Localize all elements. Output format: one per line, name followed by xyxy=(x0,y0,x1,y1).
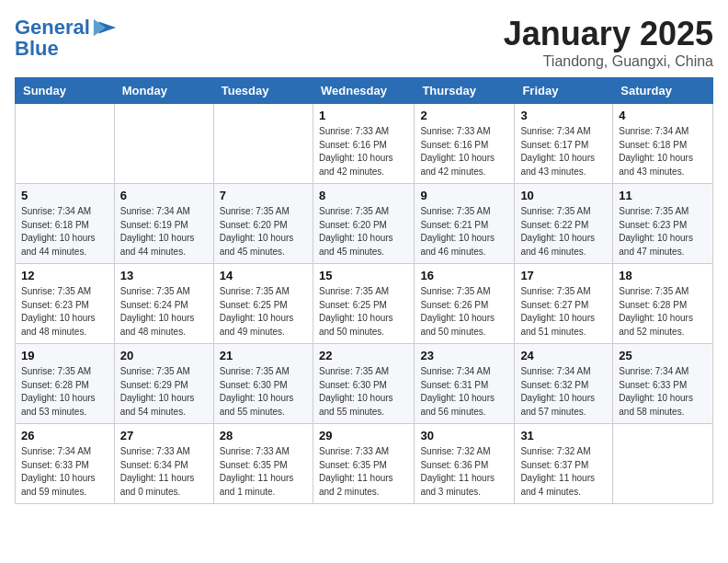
svg-marker-1 xyxy=(94,19,106,37)
day-info: Sunrise: 7:32 AM Sunset: 6:36 PM Dayligh… xyxy=(420,445,508,499)
calendar-cell: 27Sunrise: 7:33 AM Sunset: 6:34 PM Dayli… xyxy=(114,424,213,504)
day-number: 15 xyxy=(319,269,408,282)
day-number: 11 xyxy=(619,189,707,202)
day-number: 24 xyxy=(520,349,607,362)
day-info: Sunrise: 7:35 AM Sunset: 6:29 PM Dayligh… xyxy=(120,365,208,419)
day-info: Sunrise: 7:34 AM Sunset: 6:33 PM Dayligh… xyxy=(619,365,707,419)
calendar-cell: 24Sunrise: 7:34 AM Sunset: 6:32 PM Dayli… xyxy=(515,344,613,424)
column-header-tuesday: Tuesday xyxy=(213,78,313,104)
day-info: Sunrise: 7:32 AM Sunset: 6:37 PM Dayligh… xyxy=(520,445,607,499)
day-info: Sunrise: 7:35 AM Sunset: 6:24 PM Dayligh… xyxy=(120,285,208,339)
day-info: Sunrise: 7:35 AM Sunset: 6:23 PM Dayligh… xyxy=(21,285,108,339)
calendar-cell: 29Sunrise: 7:33 AM Sunset: 6:35 PM Dayli… xyxy=(313,424,414,504)
day-info: Sunrise: 7:35 AM Sunset: 6:23 PM Dayligh… xyxy=(619,205,707,259)
day-info: Sunrise: 7:35 AM Sunset: 6:26 PM Dayligh… xyxy=(420,285,508,339)
day-number: 16 xyxy=(420,269,508,282)
day-info: Sunrise: 7:35 AM Sunset: 6:30 PM Dayligh… xyxy=(319,365,408,419)
day-info: Sunrise: 7:33 AM Sunset: 6:16 PM Dayligh… xyxy=(319,125,408,178)
calendar-cell: 13Sunrise: 7:35 AM Sunset: 6:24 PM Dayli… xyxy=(114,264,213,344)
location-subtitle: Tiandong, Guangxi, China xyxy=(504,53,713,70)
day-number: 22 xyxy=(319,349,408,362)
day-info: Sunrise: 7:34 AM Sunset: 6:17 PM Dayligh… xyxy=(520,125,607,178)
day-number: 31 xyxy=(520,429,607,442)
column-header-monday: Monday xyxy=(114,78,213,104)
logo: General Blue xyxy=(15,15,118,61)
day-number: 4 xyxy=(619,109,707,122)
calendar-cell: 15Sunrise: 7:35 AM Sunset: 6:25 PM Dayli… xyxy=(313,264,414,344)
day-info: Sunrise: 7:33 AM Sunset: 6:34 PM Dayligh… xyxy=(120,445,208,499)
day-info: Sunrise: 7:35 AM Sunset: 6:25 PM Dayligh… xyxy=(319,285,408,339)
column-header-sunday: Sunday xyxy=(16,78,115,104)
day-info: Sunrise: 7:35 AM Sunset: 6:25 PM Dayligh… xyxy=(220,285,307,339)
day-number: 14 xyxy=(220,269,307,282)
column-header-saturday: Saturday xyxy=(613,78,713,104)
day-number: 1 xyxy=(319,109,408,122)
day-number: 10 xyxy=(520,189,607,202)
day-info: Sunrise: 7:35 AM Sunset: 6:21 PM Dayligh… xyxy=(420,205,508,259)
day-number: 30 xyxy=(420,429,508,442)
day-number: 8 xyxy=(319,189,408,202)
day-number: 9 xyxy=(420,189,508,202)
calendar-cell: 30Sunrise: 7:32 AM Sunset: 6:36 PM Dayli… xyxy=(415,424,515,504)
title-block: January 2025 Tiandong, Guangxi, China xyxy=(504,15,713,70)
calendar-cell: 31Sunrise: 7:32 AM Sunset: 6:37 PM Dayli… xyxy=(515,424,613,504)
calendar-cell: 21Sunrise: 7:35 AM Sunset: 6:30 PM Dayli… xyxy=(213,344,313,424)
calendar-cell: 16Sunrise: 7:35 AM Sunset: 6:26 PM Dayli… xyxy=(415,264,515,344)
day-info: Sunrise: 7:34 AM Sunset: 6:32 PM Dayligh… xyxy=(520,365,607,419)
day-number: 18 xyxy=(619,269,707,282)
calendar-cell: 19Sunrise: 7:35 AM Sunset: 6:28 PM Dayli… xyxy=(16,344,115,424)
calendar-table: SundayMondayTuesdayWednesdayThursdayFrid… xyxy=(15,77,713,504)
day-number: 13 xyxy=(120,269,208,282)
calendar-cell: 6Sunrise: 7:34 AM Sunset: 6:19 PM Daylig… xyxy=(114,184,213,264)
calendar-cell: 18Sunrise: 7:35 AM Sunset: 6:28 PM Dayli… xyxy=(613,264,713,344)
calendar-cell: 14Sunrise: 7:35 AM Sunset: 6:25 PM Dayli… xyxy=(213,264,313,344)
calendar-cell xyxy=(213,104,313,184)
day-info: Sunrise: 7:35 AM Sunset: 6:30 PM Dayligh… xyxy=(220,365,307,419)
day-info: Sunrise: 7:35 AM Sunset: 6:22 PM Dayligh… xyxy=(520,205,607,259)
calendar-cell: 23Sunrise: 7:34 AM Sunset: 6:31 PM Dayli… xyxy=(415,344,515,424)
calendar-cell: 26Sunrise: 7:34 AM Sunset: 6:33 PM Dayli… xyxy=(16,424,115,504)
page-header: General Blue January 2025 Tiandong, Guan… xyxy=(15,15,713,70)
calendar-cell: 20Sunrise: 7:35 AM Sunset: 6:29 PM Dayli… xyxy=(114,344,213,424)
day-number: 17 xyxy=(520,269,607,282)
day-number: 2 xyxy=(420,109,508,122)
calendar-cell: 8Sunrise: 7:35 AM Sunset: 6:20 PM Daylig… xyxy=(313,184,414,264)
month-title: January 2025 xyxy=(504,15,713,53)
calendar-cell: 5Sunrise: 7:34 AM Sunset: 6:18 PM Daylig… xyxy=(16,184,115,264)
logo-icon xyxy=(92,15,118,40)
day-number: 6 xyxy=(120,189,208,202)
day-number: 5 xyxy=(21,189,108,202)
calendar-cell xyxy=(16,104,115,184)
calendar-cell: 2Sunrise: 7:33 AM Sunset: 6:16 PM Daylig… xyxy=(415,104,515,184)
calendar-cell xyxy=(613,424,713,504)
calendar-cell: 28Sunrise: 7:33 AM Sunset: 6:35 PM Dayli… xyxy=(213,424,313,504)
calendar-cell: 17Sunrise: 7:35 AM Sunset: 6:27 PM Dayli… xyxy=(515,264,613,344)
calendar-cell: 12Sunrise: 7:35 AM Sunset: 6:23 PM Dayli… xyxy=(16,264,115,344)
day-info: Sunrise: 7:35 AM Sunset: 6:28 PM Dayligh… xyxy=(619,285,707,339)
day-number: 26 xyxy=(21,429,108,442)
day-number: 21 xyxy=(220,349,307,362)
day-info: Sunrise: 7:34 AM Sunset: 6:18 PM Dayligh… xyxy=(21,205,108,259)
calendar-cell: 7Sunrise: 7:35 AM Sunset: 6:20 PM Daylig… xyxy=(213,184,313,264)
day-number: 12 xyxy=(21,269,108,282)
day-number: 20 xyxy=(120,349,208,362)
day-info: Sunrise: 7:35 AM Sunset: 6:20 PM Dayligh… xyxy=(319,205,408,259)
column-header-friday: Friday xyxy=(515,78,613,104)
week-row-4: 19Sunrise: 7:35 AM Sunset: 6:28 PM Dayli… xyxy=(16,344,713,424)
week-row-3: 12Sunrise: 7:35 AM Sunset: 6:23 PM Dayli… xyxy=(16,264,713,344)
day-info: Sunrise: 7:35 AM Sunset: 6:28 PM Dayligh… xyxy=(21,365,108,419)
calendar-cell: 25Sunrise: 7:34 AM Sunset: 6:33 PM Dayli… xyxy=(613,344,713,424)
column-header-thursday: Thursday xyxy=(415,78,515,104)
week-row-5: 26Sunrise: 7:34 AM Sunset: 6:33 PM Dayli… xyxy=(16,424,713,504)
calendar-cell: 3Sunrise: 7:34 AM Sunset: 6:17 PM Daylig… xyxy=(515,104,613,184)
day-info: Sunrise: 7:34 AM Sunset: 6:33 PM Dayligh… xyxy=(21,445,108,499)
day-info: Sunrise: 7:34 AM Sunset: 6:18 PM Dayligh… xyxy=(619,125,707,178)
day-number: 23 xyxy=(420,349,508,362)
calendar-cell xyxy=(114,104,213,184)
week-row-1: 1Sunrise: 7:33 AM Sunset: 6:16 PM Daylig… xyxy=(16,104,713,184)
day-info: Sunrise: 7:35 AM Sunset: 6:27 PM Dayligh… xyxy=(520,285,607,339)
calendar-cell: 9Sunrise: 7:35 AM Sunset: 6:21 PM Daylig… xyxy=(415,184,515,264)
day-number: 7 xyxy=(220,189,307,202)
calendar-cell: 11Sunrise: 7:35 AM Sunset: 6:23 PM Dayli… xyxy=(613,184,713,264)
day-info: Sunrise: 7:34 AM Sunset: 6:19 PM Dayligh… xyxy=(120,205,208,259)
